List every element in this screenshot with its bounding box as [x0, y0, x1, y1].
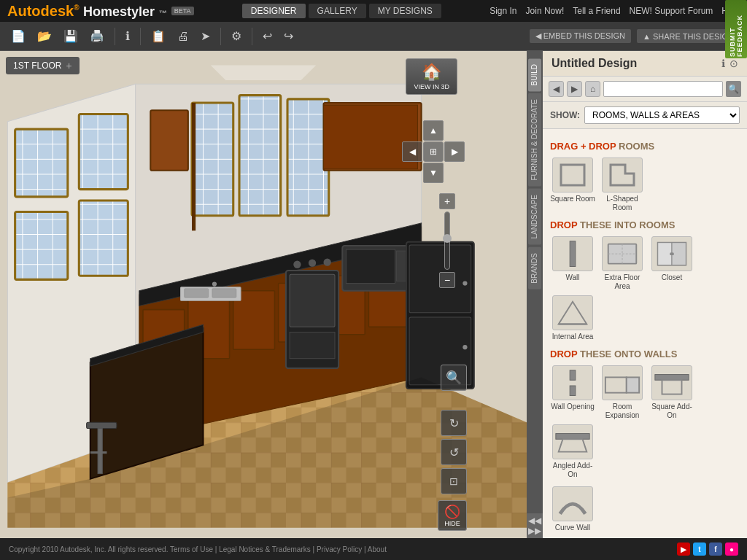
zoom-thumb[interactable]: [443, 234, 452, 243]
redo-icon[interactable]: ↪: [280, 27, 297, 45]
panel-title: Untitled Design: [551, 57, 637, 70]
wall-opening-item[interactable]: Wall Opening: [550, 365, 595, 420]
right-panel: Untitled Design ℹ ⊙ ◀ ▶ ⌂ 🔍 SHOW: ROOMS,…: [543, 51, 747, 538]
save-icon[interactable]: 💾: [60, 27, 82, 45]
drag-drop-rooms-title: DRAG + DROP ROOMS: [550, 141, 740, 152]
terms-link[interactable]: Terms of Use: [170, 545, 213, 553]
designer-nav-btn[interactable]: DESIGNER: [242, 4, 306, 18]
feedback-button[interactable]: SUBMIT FEEDBACK: [725, 0, 747, 58]
navigation-controls: ▲ ◀ ⊞ ▶ ▼: [402, 120, 465, 183]
collapse-down-arrow[interactable]: ▶▶: [528, 526, 541, 535]
sign-in-link[interactable]: Sign In: [489, 6, 516, 16]
extra-floor-item[interactable]: Extra Floor Area: [600, 236, 645, 291]
privacy-link[interactable]: Privacy Policy: [317, 545, 362, 553]
rotate-btn[interactable]: ↻: [441, 410, 467, 436]
bottom-action-buttons: ↻ ↺ ⊡: [441, 410, 467, 494]
open-icon[interactable]: 📂: [34, 27, 55, 45]
drag-rooms-grid: Square Room L-Shaped Room: [550, 158, 740, 212]
landscape-tab[interactable]: LANDSCAPE: [528, 189, 541, 245]
nav-empty-tl: [402, 120, 422, 141]
square-addon-icon: [651, 365, 692, 400]
zoom-in-btn[interactable]: +: [439, 193, 455, 209]
panel-info-icon[interactable]: ℹ: [721, 58, 725, 69]
print-icon[interactable]: 🖨️: [86, 27, 108, 45]
tell-friend-link[interactable]: Tell a Friend: [573, 6, 620, 16]
curve-wall-item[interactable]: Curve Wall: [550, 486, 595, 532]
panel-header-icons: ℹ ⊙: [721, 58, 738, 69]
settings-icon[interactable]: ⚙: [228, 27, 245, 45]
floor-tab[interactable]: 1ST FLOOR +: [6, 57, 80, 74]
export-icon[interactable]: 📋: [147, 27, 169, 45]
closet-item[interactable]: Closet: [649, 236, 694, 291]
square-addon-item[interactable]: Square Add-On: [649, 365, 694, 420]
collapse-up-arrow[interactable]: ◀◀: [528, 516, 541, 525]
wall-icon: [552, 236, 593, 271]
search-button[interactable]: 🔍: [726, 81, 741, 97]
svg-point-47: [462, 281, 467, 285]
share-design-btn[interactable]: ▲ SHARE THIS DESIGN: [637, 29, 740, 43]
canvas-area[interactable]: 1ST FLOOR +: [0, 51, 527, 538]
view-3d-button[interactable]: 🏠 VIEW IN 3D: [406, 58, 457, 95]
forward-btn[interactable]: ▶: [567, 81, 582, 97]
angled-addon-icon: [552, 424, 593, 459]
drop-walls-title-drop: DROP: [550, 349, 577, 359]
curve-wall-label: Curve Wall: [555, 524, 591, 532]
hide-icon: 🚫: [444, 504, 460, 520]
add-floor-icon[interactable]: +: [66, 60, 71, 71]
nav-up-btn[interactable]: ▲: [423, 120, 444, 141]
info-icon[interactable]: ℹ: [122, 27, 133, 45]
legal-link[interactable]: Legal Notices & Trademarks: [219, 545, 311, 553]
flickr-icon[interactable]: ●: [725, 542, 738, 556]
search-input[interactable]: [603, 81, 723, 97]
crop-btn[interactable]: ⊡: [441, 468, 467, 494]
l-shaped-room-label: L-Shaped Room: [600, 195, 645, 212]
facebook-icon[interactable]: f: [709, 542, 722, 556]
zoom-controls: + −: [439, 193, 455, 288]
zoom-track[interactable]: [444, 211, 450, 270]
nav-right-btn[interactable]: ▶: [444, 141, 465, 162]
furnish-tab[interactable]: FURNISH & DECORATE: [528, 93, 541, 187]
embed-design-btn[interactable]: ◀ EMBED THIS DESIGN: [530, 29, 631, 43]
svg-point-36: [293, 261, 301, 268]
side-tabs: BUILD FURNISH & DECORATE LANDSCAPE BRAND…: [527, 51, 543, 538]
angled-addon-item[interactable]: Angled Add-On: [550, 424, 595, 479]
extra-floor-label: Extra Floor Area: [600, 273, 645, 291]
refresh-btn[interactable]: ↺: [441, 439, 467, 465]
youtube-icon[interactable]: ▶: [677, 542, 690, 556]
l-shaped-room-icon: [602, 158, 643, 192]
new-icon[interactable]: 📄: [7, 27, 29, 45]
print2-icon[interactable]: 🖨: [174, 28, 193, 45]
home-btn[interactable]: ⌂: [585, 81, 600, 97]
support-forum-link[interactable]: NEW! Support Forum: [630, 6, 713, 16]
magnifier-btn[interactable]: 🔍: [441, 365, 467, 391]
join-now-link[interactable]: Join Now!: [526, 6, 565, 16]
build-tab[interactable]: BUILD: [528, 58, 541, 91]
undo-icon[interactable]: ↩: [259, 27, 276, 45]
square-room-item[interactable]: Square Room: [550, 158, 595, 212]
brands-tab[interactable]: BRANDS: [528, 247, 541, 289]
hide-button[interactable]: 🚫 HIDE: [438, 500, 467, 531]
room-expansion-item[interactable]: Room Expansion: [600, 365, 645, 420]
panel-settings-icon[interactable]: ⊙: [729, 58, 738, 69]
wall-opening-icon: [552, 365, 593, 400]
back-btn[interactable]: ◀: [549, 81, 564, 97]
l-shaped-room-item[interactable]: L-Shaped Room: [600, 158, 645, 212]
nav-center-btn[interactable]: ⊞: [423, 141, 444, 162]
about-link[interactable]: About: [368, 545, 387, 553]
nav-down-btn[interactable]: ▼: [423, 163, 444, 183]
svg-rect-18: [150, 110, 188, 171]
internal-area-item[interactable]: Internal Area: [550, 295, 595, 341]
wall-item[interactable]: Wall: [550, 236, 595, 291]
gallery-nav-btn[interactable]: GALLERY: [309, 4, 366, 18]
svg-rect-31: [185, 289, 209, 298]
svg-point-33: [212, 281, 217, 286]
my-designs-nav-btn[interactable]: MY DESIGNS: [369, 4, 441, 18]
nav-empty-br: [444, 163, 465, 183]
drop-rooms-grid: Wall Extra Floor Area: [550, 236, 740, 341]
svg-point-37: [309, 260, 316, 267]
zoom-out-btn[interactable]: −: [439, 272, 455, 288]
twitter-icon[interactable]: t: [693, 542, 706, 556]
nav-left-btn[interactable]: ◀: [402, 141, 422, 162]
arrow-icon[interactable]: ➤: [197, 27, 214, 45]
show-select[interactable]: ROOMS, WALLS & AREAS: [584, 106, 740, 124]
